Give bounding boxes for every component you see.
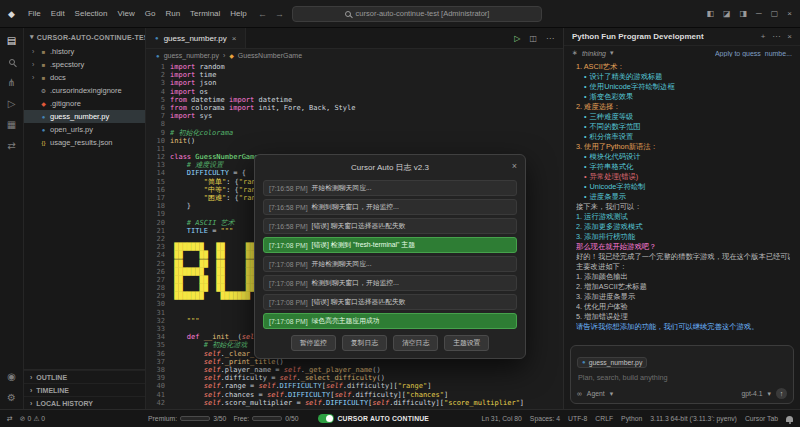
sidebar-sections: ›OUTLINE›TIMELINE›LOCAL HISTORY [24,369,145,409]
chat-text: 3. 使用了Python新语法： [576,142,658,151]
line-number: 33 [146,325,165,333]
layout-right-icon[interactable]: ◨ [740,9,748,18]
dialog-button-主题设置[interactable]: 主题设置 [444,335,489,351]
history-back-icon[interactable]: ← [258,9,267,19]
chat-line: 1. ASCII艺术： [576,62,790,72]
problems-indicator[interactable]: ⊘ 0 ⚠ 0 [20,415,45,423]
line-number: 35 [146,341,165,349]
tab-close-icon[interactable]: × [232,34,237,43]
tree-item-guess-number-py[interactable]: ●guess_number.py [24,110,145,123]
dialog-button-复制日志[interactable]: 复制日志 [342,335,387,351]
status-item[interactable]: CRLF [595,415,613,422]
breadcrumb-file[interactable]: guess_number.py [164,52,219,59]
remote-icon[interactable]: ⇄ [7,141,15,151]
log-entry: [7:17:08 PM][错误] 检测到 "fresh-terminal" 主题 [263,237,517,253]
cursor-auto-logs-dialog: Cursor Auto 日志 v2.3 × [7:16:58 PM]开始检测聊天… [254,154,526,359]
auto-continue-toggle[interactable]: CURSOR AUTO CONTINUE [318,414,430,423]
status-item[interactable]: UTF-8 [568,415,587,422]
thinking-row[interactable]: ∗ thinking ▾ Apply to guess_numbe... [564,46,800,60]
tree-item-open-urls-py[interactable]: ●open_urls.py [24,123,145,136]
tree-item-usage-results-json[interactable]: {}usage_results.json [24,136,145,149]
menu-bar: FileEditSelectionViewGoRunTerminalHelp [23,9,252,18]
account-icon[interactable]: ◉ [7,372,16,382]
line-gutter[interactable]: 1234567891011121314151617181920212223242… [146,63,170,409]
more-options-icon[interactable]: ⋯ [772,32,780,41]
settings-icon[interactable]: ⚙ [7,393,16,403]
line-number: 19 [146,210,165,218]
menu-view[interactable]: View [113,9,140,18]
section-outline[interactable]: ›OUTLINE [24,370,145,383]
log-entry: [7:16:58 PM]开始检测聊天回应... [263,180,517,196]
command-search-input[interactable]: cursor-auto-continue-test [Administrator… [292,6,542,22]
file-tree: ›■.history›■.specstory›■docs ⚙.cursorind… [24,45,145,369]
explorer-icon[interactable]: ▤ [7,36,16,46]
status-item[interactable]: Cursor Tab [745,415,778,422]
menu-go[interactable]: Go [140,9,161,18]
source-control-icon[interactable]: ⋔ [7,78,15,88]
extensions-icon[interactable]: ▦ [7,120,16,130]
maximize-icon[interactable]: ▢ [771,9,779,18]
close-panel-icon[interactable]: × [787,32,792,41]
chat-text: 字符串格式化 [590,162,634,171]
apply-to-file-link[interactable]: Apply to guess_numbe... [715,50,792,57]
chat-line: •渐变色彩效果 [576,92,790,102]
tree-item-docs[interactable]: ›■docs [24,71,145,84]
tree-item--cursorindexingignore[interactable]: ⚙.cursorindexingignore [24,84,145,97]
menu-selection[interactable]: Selection [70,9,113,18]
close-icon[interactable]: × [512,161,517,171]
section-timeline[interactable]: ›TIMELINE [24,383,145,396]
line-number: 3 [146,79,165,87]
status-item[interactable]: Spaces: 4 [530,415,560,422]
layout-left-icon[interactable]: ◧ [706,9,714,18]
menu-terminal[interactable]: Terminal [185,9,225,18]
chat-text: 1. ASCII艺术： [576,62,625,71]
menu-file[interactable]: File [23,9,46,18]
tree-item--gitignore[interactable]: ◆.gitignore [24,97,145,110]
dialog-header[interactable]: Cursor Auto 日志 v2.3 × [263,160,517,177]
code-line: self.score_multiplier = self.DIFFICULTY[… [170,399,563,407]
statusbar-right: Ln 31, Col 80Spaces: 4UTF-8CRLFPython3.1… [481,415,793,422]
split-editor-icon[interactable]: ◫ [529,34,537,43]
history-forward-icon[interactable]: → [275,9,284,19]
remote-indicator[interactable]: ⇄ [7,415,13,423]
tree-item--history[interactable]: ›■.history [24,45,145,58]
notifications-bell-icon[interactable] [786,416,793,422]
dialog-button-暂停监控[interactable]: 暂停监控 [291,335,336,351]
minimize-icon[interactable]: ─ [756,9,762,18]
status-item[interactable]: 3.11.3 64-bit ('3.11.3': pyenv) [650,415,737,422]
menu-help[interactable]: Help [225,9,251,18]
chat-text: 请告诉我你想添加的功能，我们可以继续完善这个游戏。 [576,322,758,331]
error-icon: ⊘ [20,415,26,423]
close-icon[interactable]: × [787,9,792,18]
line-number: 26 [146,268,165,276]
tab-guess-number[interactable]: ● guess_number.py × [146,28,246,48]
more-actions-icon[interactable]: ⋯ [546,34,554,43]
context-file-chip[interactable]: ● guess_number.py [577,357,647,368]
model-dropdown[interactable]: gpt-4.1 [741,390,762,397]
send-button[interactable]: ↑ [776,388,787,399]
dialog-button-清空日志[interactable]: 清空日志 [393,335,438,351]
line-number: 42 [146,399,165,407]
bullet-icon: • [584,162,587,171]
new-chat-icon[interactable]: + [761,32,766,41]
free-usage[interactable]: Free: 0/50 [233,415,298,422]
section-local-history[interactable]: ›LOCAL HISTORY [24,396,145,409]
explorer-root-header[interactable]: ▾ CURSOR-AUTO-CONTINUE-TEST [24,28,145,45]
menu-edit[interactable]: Edit [46,9,70,18]
premium-usage[interactable]: Premium: 3/50 [148,415,226,422]
agent-mode-dropdown[interactable]: Agent [587,390,605,397]
chat-input-box[interactable]: ● guess_number.py Plan, search, build an… [570,345,794,404]
run-file-icon[interactable]: ▷ [514,34,520,43]
menu-run[interactable]: Run [160,9,185,18]
line-number: 16 [146,186,165,194]
run-debug-icon[interactable]: ▷ [8,99,16,109]
status-item[interactable]: Python [621,415,642,422]
layout-bottom-icon[interactable]: ◪ [723,9,731,18]
chat-text: 使用Unicode字符绘制边框 [590,82,675,91]
search-icon[interactable] [9,57,15,67]
tree-item--specstory[interactable]: ›■.specstory [24,58,145,71]
status-item[interactable]: Ln 31, Col 80 [481,415,521,422]
breadcrumb-symbol[interactable]: GuessNumberGame [238,52,302,59]
line-number: 37 [146,358,165,366]
chat-input-placeholder[interactable]: Plan, search, build anything [578,373,786,382]
